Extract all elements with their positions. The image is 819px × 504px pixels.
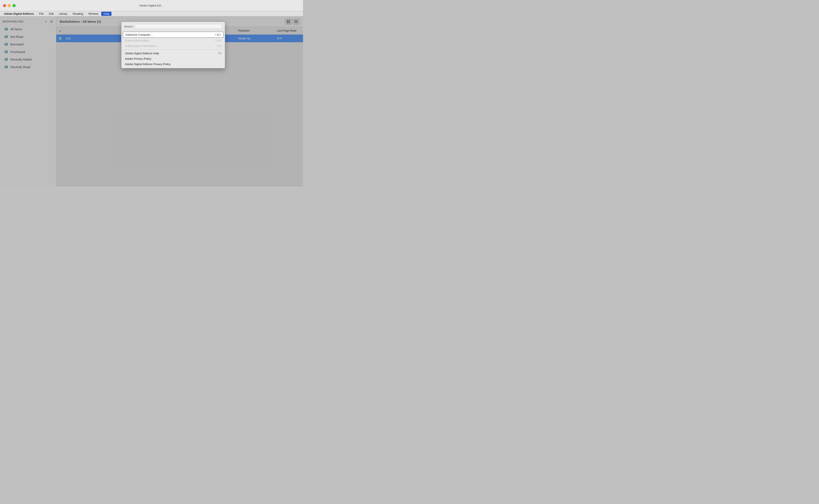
sidebar: Bookshelves + ⚙ All Items Not R	[0, 16, 56, 186]
menu-bar: Adobe Digital Editions File Edit Library…	[0, 11, 303, 16]
svg-rect-24	[287, 20, 288, 21]
sidebar-label-not-read: Not Read	[10, 35, 23, 39]
book-icon	[58, 37, 62, 40]
menu-file[interactable]: File	[37, 12, 46, 16]
svg-rect-12	[5, 51, 5, 53]
privacy-policy-label: Adobe Privacy Policy	[125, 57, 151, 60]
close-button[interactable]	[3, 4, 6, 7]
sidebar-label-recently-read: Recently Read	[10, 65, 30, 69]
main-layout: Bookshelves + ⚙ All Items Not R	[0, 16, 303, 186]
privacy-policy-option[interactable]: Adobe Privacy Policy	[121, 56, 225, 61]
svg-rect-17	[5, 58, 6, 61]
last-page-column-header[interactable]: Last Page Read	[277, 29, 303, 32]
bookshelf-icon	[4, 27, 8, 31]
menu-search-input[interactable]	[135, 24, 222, 29]
ade-privacy-label: Adobe Digital Editions Privacy Policy	[125, 63, 171, 66]
svg-rect-14	[6, 51, 7, 53]
sidebar-item-not-read[interactable]: Not Read	[1, 33, 55, 40]
row-publisher: Adobe Sy…	[238, 37, 277, 40]
authorization-information-label: Authorization Information…	[125, 44, 159, 48]
svg-rect-8	[5, 43, 5, 46]
ade-privacy-option[interactable]: Adobe Digital Editions Privacy Policy	[121, 61, 225, 67]
svg-rect-5	[5, 35, 6, 38]
settings-button[interactable]: ⚙	[50, 19, 53, 24]
ade-help-option[interactable]: Adobe Digital Editions Help F1	[121, 51, 225, 56]
row-last-page: of 9	[277, 37, 303, 40]
minimize-button[interactable]	[8, 4, 11, 7]
list-view-button[interactable]	[293, 19, 299, 25]
sidebar-item-purchased[interactable]: Purchased	[1, 48, 55, 56]
authorization-information-option[interactable]: Authorization Information… ⇧⌘I	[121, 43, 225, 49]
sidebar-title: Bookshelves	[3, 20, 24, 23]
sidebar-item-borrowed[interactable]: Borrowed	[1, 41, 55, 48]
publisher-column-header[interactable]: Publisher	[238, 29, 277, 32]
svg-rect-7	[7, 35, 8, 38]
grid-view-icon	[286, 20, 290, 23]
window-title: Adobe Digital Edi…	[139, 4, 164, 7]
svg-rect-9	[5, 43, 6, 46]
sidebar-item-recently-added[interactable]: Recently Added	[1, 56, 55, 63]
authorize-computer-shortcut: ⇧⌘U	[214, 33, 221, 36]
bookshelf-icon-not-read	[4, 35, 8, 39]
sidebar-label-borrowed: Borrowed	[10, 43, 23, 46]
grid-view-button[interactable]	[285, 19, 292, 25]
authorization-information-shortcut: ⇧⌘I	[216, 45, 221, 48]
svg-rect-27	[288, 22, 290, 23]
svg-rect-28	[294, 20, 297, 21]
menu-library[interactable]: Library	[57, 12, 70, 16]
maximize-button[interactable]	[13, 4, 16, 7]
menu-edit[interactable]: Edit	[47, 12, 56, 16]
svg-rect-25	[288, 20, 290, 21]
sidebar-item-recently-read[interactable]: Recently Read	[1, 63, 55, 71]
menu-help[interactable]: Help	[101, 12, 111, 16]
svg-rect-19	[7, 58, 8, 61]
menu-window[interactable]: Window	[86, 12, 100, 16]
authorize-computer-label: Authorize Computer…	[125, 33, 153, 36]
svg-rect-11	[7, 43, 8, 46]
help-dropdown-menu: Search Authorize Computer… ⇧⌘U Erase Aut…	[121, 22, 225, 68]
sidebar-actions: + ⚙	[45, 19, 53, 24]
menu-search-row: Search	[121, 23, 225, 31]
svg-rect-20	[5, 66, 5, 68]
view-toggle	[285, 19, 299, 25]
title-bar: Adobe Digital Edi…	[0, 0, 303, 11]
svg-rect-1	[5, 28, 6, 30]
erase-authorization-label: Erase Authorization…	[125, 39, 152, 42]
bookshelf-icon-purchased	[4, 50, 8, 54]
sort-column-header[interactable]: ▲	[56, 29, 64, 32]
bookshelf-icon-recently-added	[4, 57, 8, 62]
app-menu[interactable]: Adobe Digital Editions	[2, 12, 36, 16]
list-view-icon	[294, 20, 298, 23]
search-label: Search	[124, 25, 133, 28]
traffic-lights	[3, 4, 16, 7]
erase-authorization-shortcut: ⇧⌘D	[215, 39, 221, 42]
sidebar-label-recently-added: Recently Added	[10, 58, 32, 61]
add-bookshelf-button[interactable]: +	[45, 19, 47, 24]
svg-rect-10	[6, 43, 7, 46]
authorize-computer-option[interactable]: Authorize Computer… ⇧⌘U	[123, 32, 223, 38]
bookshelf-icon-borrowed	[4, 42, 8, 47]
sidebar-label-purchased: Purchased	[10, 50, 25, 54]
sidebar-label-all-items: All Items	[10, 27, 22, 31]
svg-rect-13	[5, 50, 6, 53]
svg-rect-16	[5, 58, 5, 61]
svg-rect-0	[5, 28, 5, 30]
svg-rect-29	[294, 21, 297, 22]
svg-rect-26	[287, 22, 288, 23]
ade-help-label: Adobe Digital Editions Help	[125, 52, 159, 55]
svg-rect-21	[5, 66, 6, 68]
svg-rect-32	[59, 37, 61, 38]
ade-help-shortcut: F1	[218, 52, 221, 55]
svg-rect-2	[6, 28, 7, 30]
bookshelf-icon-recently-read	[4, 65, 8, 69]
svg-rect-15	[7, 50, 8, 53]
sidebar-header: Bookshelves + ⚙	[0, 18, 56, 25]
menu-reading[interactable]: Reading	[71, 12, 85, 16]
svg-rect-18	[6, 58, 7, 61]
svg-rect-30	[294, 22, 297, 23]
erase-authorization-option[interactable]: Erase Authorization… ⇧⌘D	[121, 38, 225, 43]
sidebar-item-all-items[interactable]: All Items	[1, 26, 55, 33]
svg-rect-22	[6, 66, 7, 68]
row-type-icon	[56, 37, 64, 40]
content-title: Bookshelves - All Items (1)	[60, 20, 101, 23]
